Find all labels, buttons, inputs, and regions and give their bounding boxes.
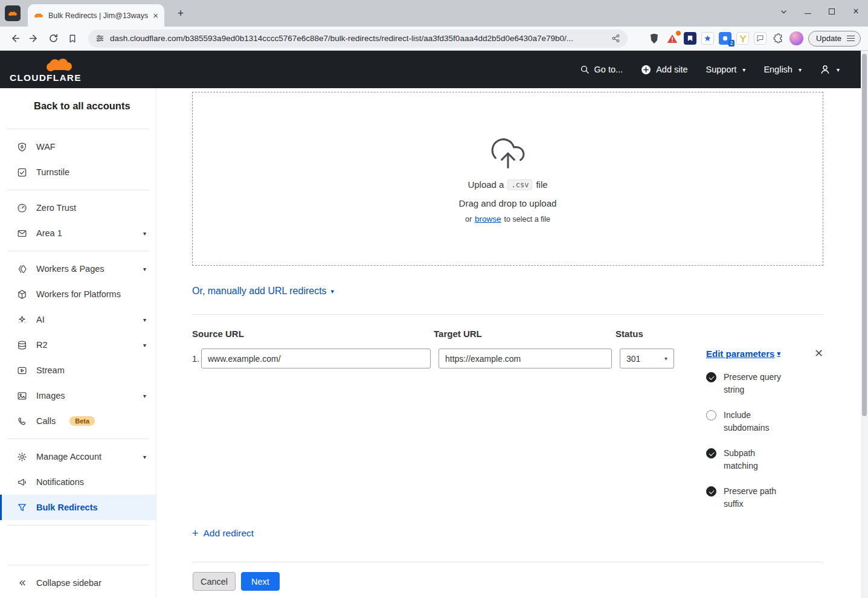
- extension-icon-2[interactable]: [701, 32, 714, 45]
- sidebar-item-ai[interactable]: AI ▾: [0, 307, 156, 332]
- sidebar-item-images[interactable]: Images ▾: [0, 383, 156, 408]
- drag-drop-text: Drag and drop to upload: [459, 198, 557, 208]
- sidebar-item-area1[interactable]: Area 1 ▾: [0, 220, 156, 246]
- extension-icon-4[interactable]: [736, 32, 749, 45]
- account-menu[interactable]: ▾: [820, 64, 840, 75]
- bookmark-icon[interactable]: [64, 30, 81, 47]
- divider: [7, 565, 149, 565]
- cancel-button[interactable]: Cancel: [193, 572, 236, 591]
- param-subpath-matching: Subpath matching: [706, 447, 823, 472]
- param-preserve-path-suffix: Preserve path suffix: [706, 485, 823, 510]
- sidebar-item-label: AI: [36, 315, 45, 324]
- goto-search[interactable]: Go to...: [580, 65, 623, 74]
- gear-icon: [17, 452, 27, 462]
- chevron-down-icon: ▾: [143, 393, 146, 399]
- site-info-icon[interactable]: [95, 34, 104, 43]
- sidebar-item-label: Turnstile: [36, 167, 69, 177]
- extension-icon-5[interactable]: [754, 32, 767, 45]
- turnstile-icon: [17, 167, 27, 178]
- forward-button[interactable]: [25, 30, 42, 47]
- browser-tab[interactable]: Bulk Redirects | Jim@13ways ×: [28, 4, 164, 27]
- source-url-input[interactable]: [201, 349, 431, 368]
- new-tab-button[interactable]: +: [174, 7, 187, 20]
- shield-extension-icon[interactable]: [648, 32, 661, 45]
- chevron-down-icon: ▾: [143, 342, 146, 349]
- support-label: Support: [706, 65, 737, 74]
- divider: [7, 439, 149, 439]
- sidebar-item-r2[interactable]: R2 ▾: [0, 332, 156, 358]
- sidebar-footer: Collapse sidebar: [0, 560, 156, 596]
- sidebar-item-label: Bulk Redirects: [36, 503, 98, 512]
- include-subdomains-checkbox[interactable]: [706, 410, 716, 420]
- page-scrollbar[interactable]: [861, 51, 868, 598]
- image-icon: [17, 391, 27, 401]
- play-video-icon: [17, 365, 27, 376]
- sidebar-item-manage-account[interactable]: Manage Account ▾: [0, 444, 156, 469]
- sidebar-item-workers-pages[interactable]: Workers & Pages ▾: [0, 256, 156, 281]
- profile-avatar[interactable]: [789, 31, 803, 45]
- browse-link[interactable]: browse: [475, 214, 501, 223]
- extension-icon-1[interactable]: [684, 32, 696, 45]
- sidebar-item-bulk-redirects[interactable]: Bulk Redirects: [0, 495, 156, 520]
- divider: [192, 314, 823, 315]
- chevron-down-icon: ▾: [777, 350, 780, 358]
- chevron-down-icon: ▾: [143, 266, 146, 272]
- sidebar-item-notifications[interactable]: Notifications: [0, 469, 156, 495]
- tab-search-chevron-icon[interactable]: [779, 7, 788, 16]
- reload-button[interactable]: [45, 30, 62, 47]
- sidebar-item-turnstile[interactable]: Turnstile: [0, 159, 156, 185]
- phone-icon: [17, 416, 27, 426]
- param-include-subdomains: Include subdomains: [706, 409, 823, 434]
- chevron-down-icon: ▾: [331, 288, 335, 295]
- window-controls: ×: [779, 7, 861, 16]
- collapse-sidebar-button[interactable]: Collapse sidebar: [0, 570, 156, 596]
- brand-wordmark: CLOUDFLARE: [10, 72, 82, 83]
- sidebar-item-stream[interactable]: Stream: [0, 358, 156, 383]
- funnel-icon: [17, 503, 27, 513]
- sidebar-item-workers-for-platforms[interactable]: Workers for Platforms: [0, 281, 156, 307]
- add-redirect-label: Add redirect: [204, 528, 254, 539]
- source-url-header: Source URL: [192, 329, 244, 339]
- cube-icon: [17, 289, 27, 300]
- sidebar-item-calls[interactable]: Calls Beta: [0, 408, 156, 434]
- support-menu[interactable]: Support ▾: [706, 65, 746, 74]
- share-icon[interactable]: [611, 34, 620, 43]
- app-icon[interactable]: [5, 5, 21, 21]
- sidebar-item-waf[interactable]: WAF: [0, 134, 156, 159]
- scrollbar-thumb[interactable]: [862, 54, 867, 416]
- extension-icon-3[interactable]: 2: [719, 32, 731, 45]
- close-window-button[interactable]: ×: [851, 7, 861, 16]
- status-value: 301: [626, 354, 640, 364]
- target-url-input[interactable]: [439, 349, 612, 368]
- update-button[interactable]: Update: [808, 31, 861, 47]
- url-bar[interactable]: dash.cloudflare.com/b385593a9ed0b1314ccc…: [88, 30, 628, 48]
- main-content: Upload a .csv file Drag and drop to uplo…: [157, 88, 861, 598]
- minimize-button[interactable]: [803, 7, 812, 16]
- cloudflare-logo-icon: [8, 11, 18, 16]
- sidebar-item-label: R2: [36, 340, 48, 350]
- next-button[interactable]: Next: [241, 572, 280, 591]
- status-select[interactable]: 301 ▾: [620, 349, 674, 368]
- subpath-matching-checkbox[interactable]: [706, 448, 716, 458]
- preserve-query-string-checkbox[interactable]: [706, 372, 716, 382]
- sidebar-item-label: Calls: [36, 416, 56, 426]
- edit-parameters-link[interactable]: Edit parameters ▾: [706, 349, 780, 359]
- puzzle-extensions-icon[interactable]: [771, 32, 785, 45]
- add-site-button[interactable]: Add site: [641, 65, 687, 75]
- language-menu[interactable]: English ▾: [764, 65, 802, 74]
- remove-redirect-button[interactable]: ✕: [814, 348, 823, 359]
- preserve-path-suffix-checkbox[interactable]: [706, 486, 716, 497]
- add-redirect-button[interactable]: + Add redirect: [192, 528, 254, 539]
- sidebar-item-zero-trust[interactable]: Zero Trust: [0, 195, 156, 220]
- back-button[interactable]: [6, 30, 23, 47]
- cloudflare-logo[interactable]: CLOUDFLARE: [10, 57, 77, 83]
- cloudflare-header: CLOUDFLARE Go to... Add site Support ▾ E…: [0, 51, 861, 88]
- manual-redirects-toggle[interactable]: Or, manually add URL redirects ▾: [192, 286, 334, 297]
- tab-favicon-icon: [34, 13, 43, 18]
- menu-icon[interactable]: [847, 36, 855, 41]
- back-to-accounts-link[interactable]: Back to all accounts: [0, 88, 156, 124]
- maximize-button[interactable]: [827, 7, 837, 16]
- alert-extension-icon[interactable]: [666, 32, 679, 45]
- csv-upload-dropzone[interactable]: Upload a .csv file Drag and drop to uplo…: [192, 92, 823, 266]
- tab-close-icon[interactable]: ×: [153, 11, 158, 20]
